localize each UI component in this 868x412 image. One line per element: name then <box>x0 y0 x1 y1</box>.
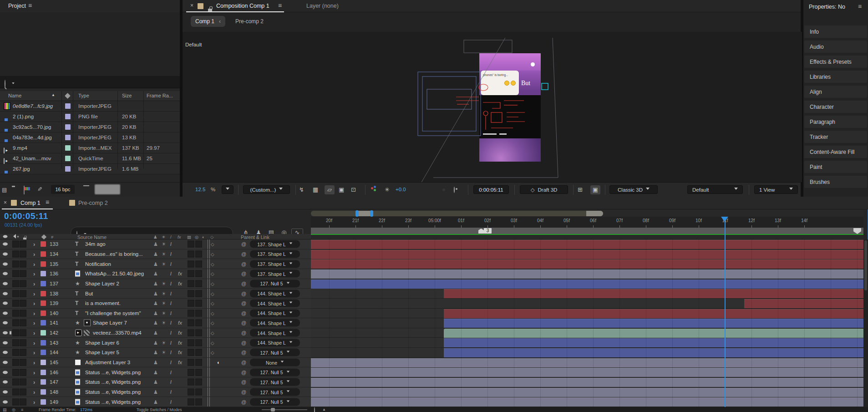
frame-blend-switch[interactable]: / <box>170 330 172 336</box>
layer-row-137[interactable]: ›137★Shape Layer 2♟☀/fx◇@127. Null 5 <box>0 279 311 289</box>
properties-tab-character[interactable]: Character <box>804 101 867 113</box>
twirl-icon[interactable]: › <box>33 310 35 316</box>
work-area-bar[interactable]: 3 <box>311 228 863 234</box>
lock-box[interactable] <box>20 310 26 316</box>
shy-switch[interactable]: ♟ <box>153 340 158 346</box>
shy-switch[interactable]: ♟ <box>153 241 158 247</box>
layer-row-148[interactable]: ›148Status ...e, Widgets.png♟/@127. Null… <box>0 387 311 397</box>
label-swatch[interactable] <box>65 166 71 172</box>
switch-box[interactable] <box>195 260 202 267</box>
shy-switch[interactable]: ♟ <box>153 300 158 306</box>
switch-box[interactable] <box>188 339 194 346</box>
shy-switch[interactable]: ♟ <box>153 261 158 267</box>
label-swatch[interactable] <box>41 241 46 247</box>
twirl-icon[interactable]: › <box>33 280 35 287</box>
parent-pick-whip-icon[interactable]: @ <box>241 330 246 336</box>
parent-dropdown[interactable]: 144. Shape L <box>250 300 300 307</box>
frame-blend-switch[interactable]: / <box>170 350 172 355</box>
label-column-icon[interactable] <box>65 93 71 99</box>
properties-tab-info[interactable]: Info <box>804 25 867 38</box>
frame-blend-switch[interactable]: / <box>170 291 172 296</box>
panel-menu-icon[interactable]: ≡ <box>858 3 862 10</box>
playhead-handle[interactable] <box>721 217 728 225</box>
switch-box[interactable] <box>195 398 202 405</box>
parent-dropdown[interactable]: 144. Shape L <box>250 309 300 317</box>
layer-row-142[interactable]: ›142vecteez...33570.mp4♟/fx◇@144. Shape … <box>0 328 311 338</box>
parent-dropdown[interactable]: 144. Shape L <box>250 329 300 337</box>
quality-switch[interactable]: ☀ <box>162 350 166 356</box>
label-swatch[interactable] <box>41 320 46 326</box>
solo-box[interactable] <box>12 359 19 366</box>
show-snapshot-icon[interactable] <box>454 187 455 193</box>
scrollbar-thumb[interactable] <box>864 240 867 290</box>
shy-switch[interactable]: ♟ <box>153 360 158 366</box>
shy-switch[interactable]: ♟ <box>153 310 158 316</box>
label-swatch[interactable] <box>41 330 46 336</box>
quality-switch[interactable]: ☀ <box>162 261 166 267</box>
lock-box[interactable] <box>20 398 26 405</box>
close-icon[interactable]: × <box>190 2 193 9</box>
twirl-icon[interactable]: › <box>33 320 35 326</box>
parent-dropdown[interactable]: 127. Null 5 <box>250 388 300 396</box>
parent-dropdown[interactable]: 137. Shape L <box>250 250 300 258</box>
fx-switch[interactable]: fx <box>178 281 182 286</box>
shy-switch[interactable]: ♟ <box>153 251 158 257</box>
solo-box[interactable] <box>12 270 19 277</box>
layer-duration-bar[interactable] <box>444 338 863 347</box>
layer-duration-bar[interactable] <box>311 388 863 397</box>
switch-box[interactable] <box>195 379 202 386</box>
frame-blend-switch[interactable]: / <box>170 281 172 286</box>
parent-pick-whip-icon[interactable]: @ <box>241 281 246 286</box>
switch-box[interactable] <box>188 349 194 356</box>
composition-marker[interactable]: 3 <box>484 228 492 234</box>
layer-duration-bar[interactable] <box>311 397 863 407</box>
twirl-icon[interactable]: › <box>33 359 35 366</box>
layer-row-144[interactable]: ›144★Shape Layer 5♟☀/fx◇@127. Null 5 <box>0 348 311 358</box>
quality-switch[interactable]: ☀ <box>162 300 166 306</box>
label-swatch[interactable] <box>41 251 46 257</box>
parent-pick-whip-icon[interactable]: @ <box>241 320 246 326</box>
panel-menu-icon[interactable]: ≡ <box>278 2 282 9</box>
channel-red-dot[interactable] <box>371 187 373 189</box>
eye-icon[interactable] <box>3 391 8 394</box>
lock-box[interactable] <box>20 250 26 257</box>
renderer-dropdown[interactable]: Classic 3D <box>609 185 658 194</box>
lock-box[interactable] <box>20 300 26 307</box>
layer-row-135[interactable]: ›135TNotification♟☀/◇@137. Shape L <box>0 259 311 269</box>
resolution-dropdown[interactable]: (Custom...) <box>243 185 290 194</box>
new-composition-icon[interactable] <box>24 186 25 194</box>
lock-box[interactable] <box>20 369 26 376</box>
eye-icon[interactable] <box>3 331 8 335</box>
twirl-icon[interactable]: › <box>33 369 35 376</box>
label-swatch[interactable] <box>41 310 46 316</box>
project-item[interactable]: 0e8d8e7...fc9.jpgImporterJPEG <box>0 101 180 112</box>
frame-blend-switch[interactable]: / <box>170 389 172 395</box>
layer-row-141[interactable]: ›141★Shape Layer 7♟☀/fx◇@144. Shape L <box>0 318 311 328</box>
layer-row-146[interactable]: ›146Status ...e, Widgets.png♟/@127. Null… <box>0 367 311 377</box>
transparency-grid-icon[interactable]: ▦ <box>313 186 318 193</box>
layer-duration-bar[interactable] <box>311 240 863 249</box>
eye-icon[interactable] <box>3 262 8 265</box>
lock-box[interactable] <box>20 280 26 287</box>
switch-box[interactable] <box>188 389 194 396</box>
eye-icon[interactable] <box>3 302 8 305</box>
solo-box[interactable] <box>12 369 19 376</box>
parent-dropdown[interactable]: 144. Shape L <box>250 290 300 297</box>
composition-viewport[interactable]: Default phones" is boring... But <box>183 32 802 182</box>
label-swatch[interactable] <box>41 389 46 395</box>
parent-dropdown[interactable]: 144. Shape L <box>250 319 300 327</box>
switch-box[interactable] <box>195 310 202 316</box>
switch-box[interactable] <box>188 300 194 307</box>
properties-tab-libraries[interactable]: Libraries <box>804 71 867 83</box>
layer-duration-bar[interactable] <box>444 309 863 318</box>
frame-blend-switch[interactable]: / <box>170 241 172 247</box>
lock-box[interactable] <box>20 349 26 356</box>
eye-icon[interactable] <box>3 252 8 255</box>
parent-pick-whip-icon[interactable]: @ <box>241 310 246 316</box>
project-column-header[interactable]: Name ▲ Type Size Frame Ra... <box>0 91 180 101</box>
expand-inout-pane-icon[interactable]: ◎ <box>12 407 15 412</box>
menu-icon[interactable]: ≡ <box>21 407 23 412</box>
shy-switch[interactable]: ♟ <box>153 350 158 356</box>
layer-row-133[interactable]: ›133T34m ago♟☀/◇@137. Shape L <box>0 239 311 249</box>
navigator-start-handle[interactable] <box>355 210 359 217</box>
